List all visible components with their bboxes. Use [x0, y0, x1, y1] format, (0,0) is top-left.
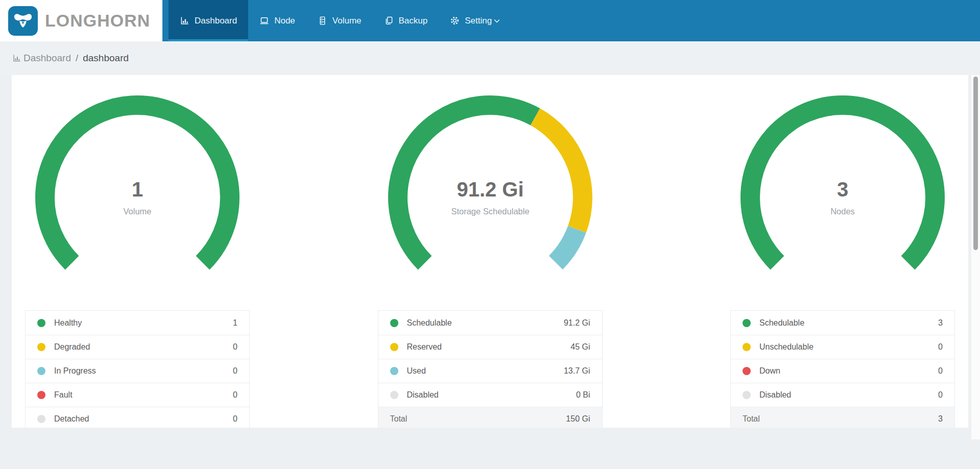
legend-label: Disabled: [759, 390, 791, 400]
legend-label: Schedulable: [407, 318, 452, 328]
gauge-center-label: Storage Schedulable: [451, 207, 529, 216]
legend-row-down: Down0: [731, 359, 954, 383]
gear-icon: [450, 16, 460, 26]
legend-row-used: Used13.7 Gi: [378, 359, 602, 383]
volume-gauge-chart: 1Volume: [25, 75, 250, 307]
gauge-center-label: Nodes: [830, 207, 855, 216]
nav-menu: Dashboard Node Volume Backup: [169, 0, 517, 41]
legend-label: Degraded: [54, 342, 90, 352]
legend-dot-icon: [390, 319, 398, 327]
legend-row-in-progress: In Progress0: [26, 359, 249, 383]
breadcrumb-current: dashboard: [83, 53, 129, 64]
legend-row-disabled: Disabled0: [731, 383, 954, 407]
legend-value: 0: [233, 414, 237, 424]
legend-value: 150 Gi: [566, 414, 590, 424]
legend-value: 3: [938, 318, 943, 328]
legend-dot-icon: [37, 367, 45, 375]
nav-item-dashboard[interactable]: Dashboard: [169, 0, 248, 41]
legend-dot-icon: [743, 391, 751, 399]
server-icon: [318, 16, 327, 26]
storage-gauge-chart: 91.2 GiStorage Schedulable: [378, 75, 603, 307]
nodes-chart-column: 3Nodes Schedulable3Unschedulable0Down0Di…: [730, 75, 955, 428]
legend-dot-icon: [37, 415, 45, 423]
dashboard-card: 1Volume Healthy1Degraded0In Progress0Fau…: [12, 75, 968, 428]
volume-chart-column: 1Volume Healthy1Degraded0In Progress0Fau…: [25, 75, 250, 428]
main-content: 1Volume Healthy1Degraded0In Progress0Fau…: [0, 75, 980, 469]
legend-value: 0 Bi: [576, 390, 590, 400]
nodes-gauge-chart: 3Nodes: [730, 75, 955, 307]
gauge-segment-reserved: [535, 117, 583, 229]
legend-row-unschedulable: Unschedulable0: [731, 335, 954, 359]
legend-row-schedulable: Schedulable3: [731, 311, 954, 335]
legend-label: In Progress: [54, 366, 96, 376]
legend-value: 3: [938, 414, 943, 424]
scrollbar-thumb[interactable]: [973, 77, 978, 250]
gauge-center-value: 91.2 Gi: [457, 178, 523, 201]
legend-label: Used: [407, 366, 426, 376]
legend-value: 45 Gi: [570, 342, 590, 352]
legend-row-degraded: Degraded0: [26, 335, 249, 359]
volume-legend-table: Healthy1Degraded0In Progress0Fault0Detac…: [25, 310, 250, 428]
legend-label: Total: [390, 414, 408, 424]
legend-value: 0: [233, 342, 237, 352]
bar-chart-icon: [12, 54, 21, 63]
legend-row-reserved: Reserved45 Gi: [378, 335, 602, 359]
app-title: LONGHORN: [45, 11, 150, 31]
legend-value: 0: [233, 390, 237, 400]
logo-area[interactable]: LONGHORN: [0, 0, 162, 41]
legend-dot-icon: [390, 391, 398, 399]
legend-value: 0: [233, 366, 237, 376]
scrollbar-track[interactable]: [971, 75, 980, 439]
longhorn-logo-icon: [8, 6, 38, 36]
legend-dot-icon: [743, 319, 751, 327]
legend-label: Unschedulable: [759, 342, 814, 352]
legend-label: Total: [743, 414, 760, 424]
legend-label: Fault: [54, 390, 73, 400]
nodes-legend-table: Schedulable3Unschedulable0Down0Disabled0…: [730, 310, 955, 428]
legend-value: 13.7 Gi: [564, 366, 590, 376]
legend-label: Healthy: [54, 318, 82, 328]
storage-chart-column: 91.2 GiStorage Schedulable Schedulable91…: [378, 75, 603, 428]
gauge-center-value: 1: [132, 178, 143, 201]
nav-item-backup[interactable]: Backup: [373, 0, 439, 41]
nav-item-node[interactable]: Node: [248, 0, 306, 41]
storage-legend-table: Schedulable91.2 GiReserved45 GiUsed13.7 …: [378, 310, 603, 428]
gauge-center-label: Volume: [123, 207, 151, 216]
breadcrumb-separator: /: [76, 53, 78, 64]
copy-icon: [384, 16, 394, 26]
legend-row-detached: Detached0: [26, 407, 249, 428]
legend-dot-icon: [743, 367, 751, 375]
legend-dot-icon: [37, 391, 45, 399]
legend-dot-icon: [743, 343, 751, 351]
legend-value: 0: [938, 390, 943, 400]
chevron-down-icon: [493, 17, 501, 25]
laptop-icon: [259, 16, 269, 26]
nav-item-setting[interactable]: Setting: [439, 0, 517, 41]
legend-dot-icon: [37, 319, 45, 327]
legend-label: Disabled: [407, 390, 439, 400]
legend-row-fault: Fault0: [26, 383, 249, 407]
legend-label: Schedulable: [759, 318, 804, 328]
legend-value: 0: [938, 366, 943, 376]
top-nav: LONGHORN Dashboard Node Volu: [0, 0, 980, 41]
legend-row-total: Total3: [731, 407, 954, 428]
gauge-segment-used: [556, 229, 577, 262]
legend-dot-icon: [37, 343, 45, 351]
breadcrumb: Dashboard / dashboard: [0, 41, 980, 75]
legend-row-schedulable: Schedulable91.2 Gi: [378, 311, 602, 335]
legend-dot-icon: [390, 367, 398, 375]
legend-row-disabled: Disabled0 Bi: [378, 383, 602, 407]
legend-value: 0: [938, 342, 943, 352]
breadcrumb-root[interactable]: Dashboard: [23, 53, 71, 64]
legend-row-total: Total150 Gi: [378, 407, 602, 428]
legend-label: Detached: [54, 414, 89, 424]
legend-label: Reserved: [407, 342, 442, 352]
bar-chart-icon: [180, 16, 189, 26]
legend-value: 91.2 Gi: [564, 318, 590, 328]
legend-label: Down: [759, 366, 780, 376]
legend-row-healthy: Healthy1: [26, 311, 249, 335]
legend-dot-icon: [390, 343, 398, 351]
nav-item-volume[interactable]: Volume: [306, 0, 373, 41]
legend-value: 1: [233, 318, 237, 328]
gauge-center-value: 3: [837, 178, 848, 201]
